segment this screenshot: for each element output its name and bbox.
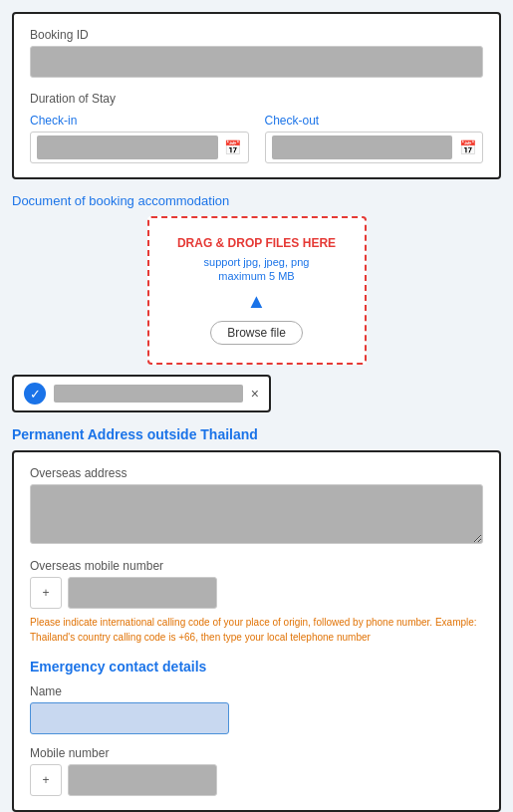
uploaded-file-row: ✓ × bbox=[12, 375, 271, 412]
file-name-bar bbox=[54, 385, 243, 403]
phone-hint: Please indicate international calling co… bbox=[30, 615, 483, 645]
permanent-address-section: Overseas address Overseas mobile number … bbox=[12, 450, 501, 812]
booking-id-input[interactable] bbox=[30, 46, 483, 78]
dropzone-wrapper: DRAG & DROP FILES HERE support jpg, jpeg… bbox=[12, 216, 501, 365]
permanent-address-title: Permanent Address outside Thailand bbox=[12, 426, 258, 442]
file-check-icon: ✓ bbox=[24, 383, 46, 405]
emergency-name-input[interactable] bbox=[30, 702, 229, 734]
emergency-title: Emergency contact details bbox=[30, 659, 483, 675]
cloud-upload-icon: ▲ bbox=[161, 290, 353, 313]
duration-row: Check-in 📅 Check-out 📅 bbox=[30, 114, 483, 163]
booking-section: Booking ID Duration of Stay Check-in 📅 C… bbox=[12, 12, 501, 179]
document-title: Document of booking accommodation bbox=[12, 193, 501, 208]
document-section: Document of booking accommodation DRAG &… bbox=[12, 193, 501, 412]
emergency-phone-prefix: + bbox=[30, 764, 62, 796]
checkout-fill bbox=[272, 135, 453, 159]
checkout-input-wrap[interactable]: 📅 bbox=[265, 132, 484, 163]
emergency-name-label: Name bbox=[30, 684, 483, 698]
checkout-label: Check-out bbox=[265, 114, 484, 128]
browse-file-button[interactable]: Browse file bbox=[210, 321, 303, 345]
overseas-mobile-label: Overseas mobile number bbox=[30, 559, 483, 573]
emergency-mobile-row: + bbox=[30, 764, 483, 796]
checkin-input-wrap[interactable]: 📅 bbox=[30, 132, 249, 163]
dropzone[interactable]: DRAG & DROP FILES HERE support jpg, jpeg… bbox=[147, 216, 367, 365]
dropzone-title: DRAG & DROP FILES HERE bbox=[161, 236, 353, 250]
duration-label: Duration of Stay bbox=[30, 92, 483, 106]
permanent-address-title-text: Permanent Address outside Thailand bbox=[12, 426, 501, 442]
dropzone-support: support jpg, jpeg, png bbox=[161, 256, 353, 268]
dropzone-max: maximum 5 MB bbox=[161, 270, 353, 282]
checkout-calendar-icon[interactable]: 📅 bbox=[458, 138, 476, 156]
booking-id-label: Booking ID bbox=[30, 28, 483, 42]
checkin-label: Check-in bbox=[30, 114, 249, 128]
emergency-mobile-label: Mobile number bbox=[30, 746, 483, 760]
checkout-col: Check-out 📅 bbox=[265, 114, 484, 163]
overseas-address-label: Overseas address bbox=[30, 466, 483, 480]
overseas-address-input[interactable] bbox=[30, 484, 483, 544]
checkin-calendar-icon[interactable]: 📅 bbox=[224, 138, 242, 156]
file-remove-icon[interactable]: × bbox=[251, 386, 259, 402]
emergency-phone-input[interactable] bbox=[68, 764, 217, 796]
checkin-col: Check-in 📅 bbox=[30, 114, 249, 163]
checkin-fill bbox=[37, 135, 218, 159]
overseas-phone-prefix: + bbox=[30, 577, 62, 609]
overseas-phone-input[interactable] bbox=[68, 577, 217, 609]
overseas-mobile-row: + bbox=[30, 577, 483, 609]
